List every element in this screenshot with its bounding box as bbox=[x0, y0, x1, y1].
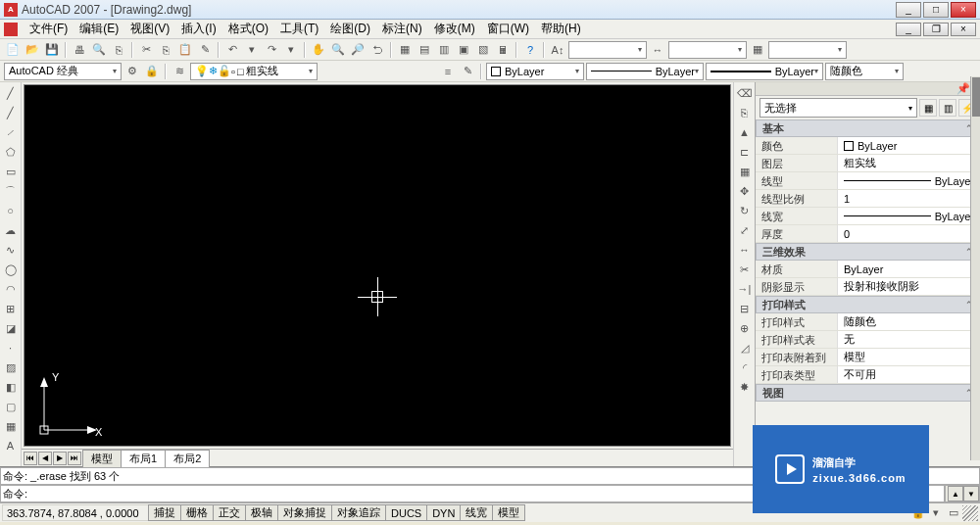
menu-insert[interactable]: 插入(I) bbox=[175, 19, 221, 39]
tab-next-icon[interactable]: ▶ bbox=[53, 452, 67, 465]
chamfer-icon[interactable]: ◿ bbox=[736, 339, 754, 357]
menu-edit[interactable]: 编辑(E) bbox=[74, 19, 124, 39]
match-icon[interactable]: ✎ bbox=[196, 41, 214, 59]
property-row[interactable]: 打印样式随颜色 bbox=[756, 313, 980, 331]
group-header[interactable]: 基本⌃ bbox=[756, 119, 980, 137]
minimize-button[interactable]: _ bbox=[896, 2, 921, 18]
preview-icon[interactable]: 🔍 bbox=[90, 41, 108, 59]
status-clean-icon[interactable]: ▭ bbox=[945, 504, 962, 522]
linetype-ctrl[interactable]: ByLayer▾ bbox=[586, 63, 704, 80]
tablestyle-combo[interactable]: ▾ bbox=[768, 41, 847, 59]
prop-value[interactable]: 随颜色 bbox=[838, 313, 980, 330]
prop-value[interactable]: 1 bbox=[838, 190, 980, 207]
dc-icon[interactable]: ▤ bbox=[416, 41, 433, 59]
prop-value[interactable]: 粗实线 bbox=[838, 155, 980, 171]
fillet-icon[interactable]: ◜ bbox=[736, 358, 754, 376]
palette-grip[interactable]: 📌× bbox=[756, 82, 980, 96]
zoom-rt-icon[interactable]: 🔍 bbox=[329, 41, 347, 59]
save-icon[interactable]: 💾 bbox=[43, 41, 61, 59]
calc-icon[interactable]: 🖩 bbox=[494, 41, 512, 59]
point-icon[interactable]: · bbox=[2, 339, 20, 357]
otrack-toggle[interactable]: 对象追踪 bbox=[331, 504, 386, 521]
mirror-icon[interactable]: ▲ bbox=[736, 123, 754, 141]
hatch-icon[interactable]: ▨ bbox=[2, 358, 20, 376]
erase-icon[interactable]: ⌫ bbox=[736, 84, 754, 102]
lwt-toggle[interactable]: 线宽 bbox=[460, 504, 493, 521]
props-icon[interactable]: ▦ bbox=[396, 41, 414, 59]
region-icon[interactable]: ▢ bbox=[2, 398, 20, 415]
ducs-toggle[interactable]: DUCS bbox=[385, 504, 427, 521]
property-row[interactable]: 线型比例1 bbox=[756, 190, 980, 208]
break-icon[interactable]: ⊟ bbox=[736, 300, 754, 317]
layer-state-icon[interactable]: ✎ bbox=[459, 63, 476, 80]
plotcolor-ctrl[interactable]: 随颜色▾ bbox=[825, 63, 904, 80]
stretch-icon[interactable]: ↔ bbox=[736, 241, 754, 259]
cut-icon[interactable]: ✂ bbox=[137, 41, 155, 59]
publish-icon[interactable]: ⎘ bbox=[110, 41, 127, 59]
layer-mgr-icon[interactable]: ≋ bbox=[171, 63, 188, 80]
property-row[interactable]: 线型ByLayer bbox=[756, 172, 980, 190]
pin-icon[interactable]: 📌 bbox=[956, 82, 970, 95]
copy-obj-icon[interactable]: ⎘ bbox=[736, 104, 754, 121]
rect-icon[interactable]: ▭ bbox=[2, 163, 20, 180]
color-ctrl[interactable]: ByLayer▾ bbox=[486, 63, 584, 80]
property-row[interactable]: 材质ByLayer bbox=[756, 261, 980, 278]
array-icon[interactable]: ▦ bbox=[736, 163, 754, 180]
undo-icon[interactable]: ↶ bbox=[223, 41, 241, 59]
redo-icon[interactable]: ↷ bbox=[263, 41, 280, 59]
menu-dim[interactable]: 标注(N) bbox=[376, 19, 428, 39]
property-row[interactable]: 打印样式表无 bbox=[756, 331, 980, 349]
prop-value[interactable]: ByLayer bbox=[838, 261, 980, 277]
osnap-toggle[interactable]: 对象捕捉 bbox=[277, 504, 332, 521]
xline-icon[interactable]: ╱ bbox=[2, 104, 20, 121]
explode-icon[interactable]: ✸ bbox=[736, 378, 754, 396]
grid-toggle[interactable]: 栅格 bbox=[180, 504, 214, 521]
drawing-canvas[interactable]: Y X bbox=[24, 84, 731, 447]
print-icon[interactable]: 🖶 bbox=[71, 41, 88, 59]
menu-view[interactable]: 视图(V) bbox=[124, 19, 175, 39]
spline-icon[interactable]: ∿ bbox=[2, 241, 20, 259]
prop-value[interactable]: 无 bbox=[838, 331, 980, 348]
menu-tools[interactable]: 工具(T) bbox=[274, 19, 324, 39]
property-row[interactable]: 颜色ByLayer bbox=[756, 137, 980, 155]
zoom-prev-icon[interactable]: ⮌ bbox=[368, 41, 386, 59]
circle-icon[interactable]: ○ bbox=[2, 202, 20, 219]
join-icon[interactable]: ⊕ bbox=[736, 319, 754, 337]
table-draw-icon[interactable]: ▦ bbox=[2, 417, 20, 435]
extend-icon[interactable]: →| bbox=[736, 280, 754, 298]
menu-help[interactable]: 帮助(H) bbox=[535, 19, 587, 39]
table-icon[interactable]: ▦ bbox=[749, 41, 766, 59]
tab-layout1[interactable]: 布局1 bbox=[121, 450, 166, 467]
block-icon[interactable]: ◪ bbox=[2, 319, 20, 337]
group-header[interactable]: 视图⌃ bbox=[756, 384, 980, 402]
menu-draw[interactable]: 绘图(D) bbox=[324, 19, 376, 39]
cmd-scroll-down-icon[interactable]: ▼ bbox=[963, 486, 979, 501]
maximize-button[interactable]: □ bbox=[923, 2, 949, 18]
property-row[interactable]: 打印表附着到模型 bbox=[756, 349, 980, 366]
mtext-icon[interactable]: A bbox=[2, 437, 20, 454]
pline-icon[interactable]: ⟋ bbox=[2, 123, 20, 141]
move-icon[interactable]: ✥ bbox=[736, 182, 754, 200]
menu-window[interactable]: 窗口(W) bbox=[481, 19, 535, 39]
pan-icon[interactable]: ✋ bbox=[310, 41, 327, 59]
trim-icon[interactable]: ✂ bbox=[736, 261, 754, 278]
tab-prev-icon[interactable]: ◀ bbox=[38, 452, 52, 465]
property-row[interactable]: 厚度0 bbox=[756, 225, 980, 243]
zoom-win-icon[interactable]: 🔎 bbox=[349, 41, 367, 59]
rotate-icon[interactable]: ↻ bbox=[736, 202, 754, 219]
tab-last-icon[interactable]: ⏭ bbox=[68, 452, 81, 465]
revcloud-icon[interactable]: ☁ bbox=[2, 221, 20, 239]
ortho-toggle[interactable]: 正交 bbox=[213, 504, 246, 521]
dyn-toggle[interactable]: DYN bbox=[426, 504, 461, 521]
property-row[interactable]: 阴影显示投射和接收阴影 bbox=[756, 278, 980, 296]
property-row[interactable]: 图层粗实线 bbox=[756, 155, 980, 172]
close-button[interactable]: × bbox=[951, 2, 976, 18]
new-icon[interactable]: 📄 bbox=[4, 41, 22, 59]
cmd-scroll-up-icon[interactable]: ▲ bbox=[948, 486, 963, 501]
prop-value[interactable]: ByLayer bbox=[838, 208, 980, 224]
group-header[interactable]: 打印样式⌃ bbox=[756, 296, 980, 313]
ws-lock-icon[interactable]: 🔒 bbox=[143, 63, 161, 80]
property-row[interactable]: 线宽ByLayer bbox=[756, 208, 980, 225]
scale-icon[interactable]: ⤢ bbox=[736, 221, 754, 239]
coordinates[interactable]: 363.7874, 87.8084 , 0.0000 bbox=[2, 504, 149, 521]
